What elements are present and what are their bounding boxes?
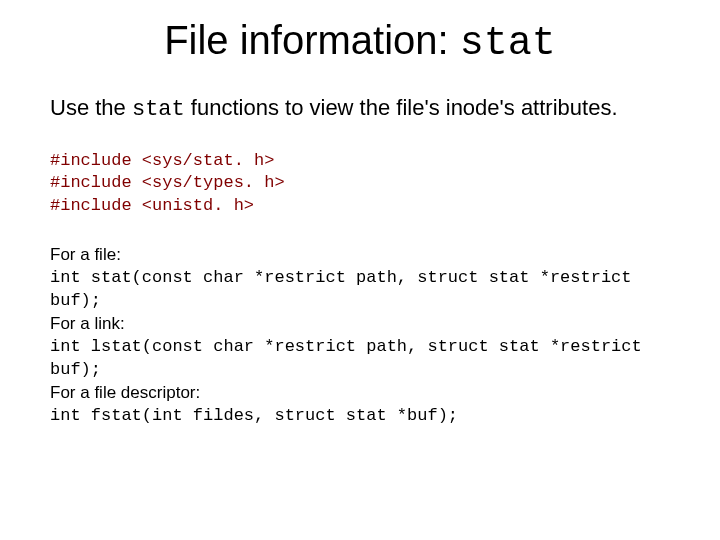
includes-block: #include <sys/stat. h> #include <sys/typ… xyxy=(50,150,670,219)
slide: File information: stat Use the stat func… xyxy=(0,0,720,428)
intro-text: Use the stat functions to view the file'… xyxy=(50,94,670,124)
sig-link-code: int lstat(const char *restrict path, str… xyxy=(50,336,670,382)
slide-title: File information: stat xyxy=(50,18,670,66)
sig-file-code: int stat(const char *restrict path, stru… xyxy=(50,267,670,313)
intro-p1: Use the xyxy=(50,95,132,120)
title-mono: stat xyxy=(460,21,556,66)
sig-fd-label: For a file descriptor: xyxy=(50,382,670,405)
sig-link-label: For a link: xyxy=(50,313,670,336)
intro-mono: stat xyxy=(132,97,185,122)
title-prefix: File information: xyxy=(164,18,460,62)
sig-file-label: For a file: xyxy=(50,244,670,267)
intro-p2: functions to view the file's inode's att… xyxy=(185,95,618,120)
sig-fd-code: int fstat(int fildes, struct stat *buf); xyxy=(50,405,670,428)
signatures: For a file: int stat(const char *restric… xyxy=(50,244,670,428)
